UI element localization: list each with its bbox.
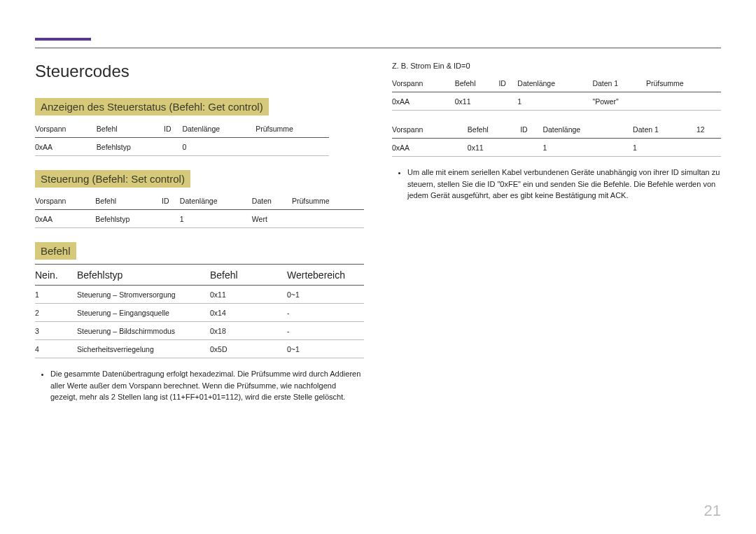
heading-get-control: Anzeigen des Steuerstatus (Befehl: Get c… bbox=[35, 98, 269, 115]
td: 1 bbox=[517, 92, 592, 111]
th: Datenlänge bbox=[542, 120, 633, 139]
td: - bbox=[287, 322, 364, 340]
td: 0xAA bbox=[392, 139, 468, 157]
td: 4 bbox=[35, 340, 77, 358]
th: Prüfsumme bbox=[255, 120, 329, 138]
td bbox=[520, 139, 542, 157]
th: Befehl bbox=[95, 192, 162, 210]
right-footnote: Um alle mit einem seriellen Kabel verbun… bbox=[407, 167, 721, 202]
th: Datenlänge bbox=[180, 192, 252, 210]
td: 0x11 bbox=[210, 286, 287, 304]
td: 1 bbox=[180, 210, 252, 228]
section-title: Steuercodes bbox=[35, 62, 364, 81]
table-example-1: Vorspann Befehl ID Datenlänge Daten 1 Pr… bbox=[392, 74, 721, 111]
page-number: 21 bbox=[704, 502, 721, 520]
td: 0x14 bbox=[210, 304, 287, 322]
th: ID bbox=[164, 120, 182, 138]
td: 0x18 bbox=[210, 322, 287, 340]
td bbox=[498, 92, 517, 111]
th: Befehl bbox=[468, 120, 520, 139]
td bbox=[255, 138, 329, 156]
th: Befehlstyp bbox=[77, 265, 210, 286]
td: 0~1 bbox=[287, 286, 364, 304]
th: ID bbox=[520, 120, 542, 139]
td: 3 bbox=[35, 322, 77, 340]
td bbox=[646, 92, 721, 111]
th: Daten bbox=[252, 192, 292, 210]
td: 0x5D bbox=[210, 340, 287, 358]
td: 0x11 bbox=[455, 92, 499, 111]
example-label: Z. B. Strom Ein & ID=0 bbox=[392, 62, 721, 70]
th: Daten 1 bbox=[633, 120, 696, 139]
two-column-layout: Steuercodes Anzeigen des Steuerstatus (B… bbox=[35, 62, 721, 406]
accent-bar bbox=[35, 38, 91, 41]
td: 2 bbox=[35, 304, 77, 322]
right-footnote-list: Um alle mit einem seriellen Kabel verbun… bbox=[392, 167, 721, 202]
td: Steuerung – Bildschirmmodus bbox=[77, 322, 210, 340]
td bbox=[164, 138, 182, 156]
table-get-control: Vorspann Befehl ID Datenlänge Prüfsumme … bbox=[35, 120, 329, 156]
th: 12 bbox=[696, 120, 721, 139]
td: 0xAA bbox=[392, 92, 455, 111]
td: "Power" bbox=[592, 92, 645, 111]
td: - bbox=[287, 304, 364, 322]
th: Vorspann bbox=[35, 192, 95, 210]
th: Datenlänge bbox=[517, 74, 592, 92]
page: Steuercodes Anzeigen des Steuerstatus (B… bbox=[0, 0, 756, 534]
left-column: Steuercodes Anzeigen des Steuerstatus (B… bbox=[35, 62, 364, 406]
td: 0 bbox=[182, 138, 255, 156]
table-command-list: Nein. Befehlstyp Befehl Wertebereich 1 S… bbox=[35, 264, 364, 358]
td: 0xAA bbox=[35, 210, 95, 228]
th: Vorspann bbox=[392, 74, 455, 92]
th: Wertebereich bbox=[287, 265, 364, 286]
td: Sicherheitsverriegelung bbox=[77, 340, 210, 358]
td bbox=[162, 210, 180, 228]
right-column: Z. B. Strom Ein & ID=0 Vorspann Befehl I… bbox=[392, 62, 721, 406]
heading-set-control: Steuerung (Befehl: Set control) bbox=[35, 170, 190, 188]
td: Befehlstyp bbox=[97, 138, 164, 156]
td: 1 bbox=[633, 139, 696, 157]
td: 0~1 bbox=[287, 340, 364, 358]
heading-command: Befehl bbox=[35, 242, 76, 260]
th: ID bbox=[162, 192, 180, 210]
td: 0xAA bbox=[35, 138, 97, 156]
th: Befehl bbox=[455, 74, 499, 92]
th: Datenlänge bbox=[182, 120, 255, 138]
th: ID bbox=[498, 74, 517, 92]
td: Befehlstyp bbox=[95, 210, 162, 228]
th: Daten 1 bbox=[592, 74, 645, 92]
td: Steuerung – Stromversorgung bbox=[77, 286, 210, 304]
th: Vorspann bbox=[35, 120, 97, 138]
top-divider bbox=[35, 48, 721, 48]
left-footnote-list: Die gesammte Datenübertragung erfolgt he… bbox=[35, 368, 364, 403]
td: Steuerung – Eingangsquelle bbox=[77, 304, 210, 322]
th: Nein. bbox=[35, 265, 77, 286]
td bbox=[292, 210, 364, 228]
th: Prüfsumme bbox=[292, 192, 364, 210]
td: 1 bbox=[35, 286, 77, 304]
th: Vorspann bbox=[392, 120, 468, 139]
th: Prüfsumme bbox=[646, 74, 721, 92]
th: Befehl bbox=[210, 265, 287, 286]
td: Wert bbox=[252, 210, 292, 228]
td bbox=[696, 139, 721, 157]
left-footnote: Die gesammte Datenübertragung erfolgt he… bbox=[50, 368, 364, 403]
table-set-control: Vorspann Befehl ID Datenlänge Daten Prüf… bbox=[35, 192, 364, 228]
td: 0x11 bbox=[468, 139, 520, 157]
th: Befehl bbox=[97, 120, 164, 138]
table-example-2: Vorspann Befehl ID Datenlänge Daten 1 12… bbox=[392, 120, 721, 157]
td: 1 bbox=[542, 139, 633, 157]
